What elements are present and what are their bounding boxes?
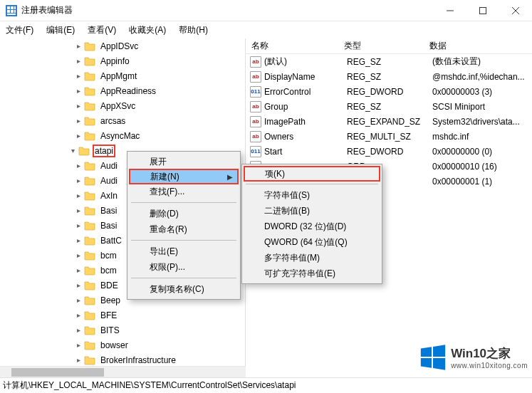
expand-icon[interactable]: ▸ [74, 117, 83, 125]
tree-item[interactable]: ▸bowser [0, 337, 245, 352]
menu-item-label: 复制项名称(C) [150, 283, 204, 295]
menu-item[interactable]: 新建(N)▶ [129, 169, 239, 184]
expand-icon[interactable]: ▸ [74, 281, 83, 290]
menu-item[interactable]: 复制项名称(C) [130, 281, 238, 297]
expand-icon[interactable]: ▸ [74, 132, 83, 140]
expand-icon[interactable]: ▸ [74, 251, 83, 260]
cell-type: REG_SZ [343, 72, 428, 82]
expand-icon[interactable]: ▸ [74, 266, 83, 275]
list-row[interactable]: abGroupREG_SZSCSI Miniport [246, 99, 532, 114]
menu-item[interactable]: 展开 [130, 154, 238, 169]
list-row[interactable]: ab(默认)REG_SZ(数值未设置) [246, 54, 532, 69]
tree-item[interactable]: ▸BFE [0, 308, 245, 323]
menu-item[interactable]: 二进制值(B) [244, 203, 380, 219]
expand-icon[interactable]: ▸ [74, 221, 83, 230]
list-row[interactable]: abImagePathREG_EXPAND_SZSystem32\drivers… [246, 114, 532, 129]
tree-label: AppIDSvc [98, 41, 140, 52]
expand-icon[interactable]: ▸ [74, 236, 83, 245]
expand-icon[interactable]: ▸ [74, 72, 83, 80]
cell-data: 0x00000003 (3) [428, 87, 532, 97]
menu-item[interactable]: 删除(D) [130, 206, 238, 221]
expand-icon[interactable]: ▾ [68, 147, 77, 155]
expand-icon[interactable]: ▸ [74, 162, 83, 170]
tree-hscrollbar[interactable] [0, 366, 246, 377]
context-menu[interactable]: 展开新建(N)▶查找(F)...删除(D)重命名(R)导出(E)权限(P)...… [127, 151, 241, 300]
menu-item-label: 新建(N) [150, 171, 179, 183]
tree-item[interactable]: ▸BrokerInfrastructure [0, 352, 245, 366]
list-row[interactable]: abOwnersREG_MULTI_SZmshdc.inf [246, 129, 532, 144]
menu-item-label: 可扩充字符串值(E) [264, 268, 335, 280]
watermark: Win10之家 www.win10xitong.com [418, 342, 528, 374]
svg-rect-6 [14, 10, 16, 13]
tree-label: bcm [98, 265, 119, 276]
menu-item[interactable]: 可扩充字符串值(E) [244, 266, 380, 281]
maximize-button[interactable] [466, 0, 499, 21]
tree-item[interactable]: ▸AppIDSvc [0, 38, 245, 53]
menu-item[interactable]: QWORD (64 位)值(Q) [244, 234, 380, 250]
statusbar-path: 计算机\HKEY_LOCAL_MACHINE\SYSTEM\CurrentCon… [3, 379, 296, 392]
menu-separator [131, 278, 236, 278]
cell-type: REG_DWORD [343, 87, 428, 97]
col-header-name[interactable]: 名称 [246, 40, 338, 52]
expand-icon[interactable]: ▸ [74, 296, 83, 305]
cell-type: REG_SZ [343, 102, 428, 112]
cell-name: (默认) [264, 56, 343, 68]
menu-item[interactable]: 查找(F)... [130, 184, 238, 199]
tree-item[interactable]: ▸AppMgmt [0, 68, 245, 83]
folder-icon [84, 340, 95, 351]
context-submenu-new[interactable]: 项(K)字符串值(S)二进制值(B)DWORD (32 位)值(D)QWORD … [241, 164, 382, 284]
expand-icon[interactable]: ▸ [74, 326, 83, 335]
menu-item-label: 删除(D) [150, 208, 179, 220]
folder-icon [84, 265, 95, 276]
menu-edit[interactable]: 编辑(E) [45, 23, 76, 38]
menu-favorites[interactable]: 收藏夹(A) [127, 23, 167, 38]
expand-icon[interactable]: ▸ [74, 87, 83, 95]
menu-item-label: 展开 [150, 156, 167, 168]
list-row[interactable]: abDisplayNameREG_SZ@mshdc.inf,%idechan..… [246, 69, 532, 84]
cell-type: REG_DWORD [343, 147, 428, 157]
tree-item[interactable]: ▸BITS [0, 323, 245, 337]
folder-icon [84, 175, 95, 187]
tree-label: AsyncMac [98, 130, 142, 142]
col-header-type[interactable]: 类型 [338, 40, 424, 52]
menu-item[interactable]: 字符串值(S) [244, 187, 380, 203]
expand-icon[interactable]: ▸ [74, 206, 83, 215]
scrollbar-thumb[interactable] [11, 368, 104, 377]
menu-file[interactable]: 文件(F) [4, 23, 35, 38]
menu-item[interactable]: 重命名(R) [130, 221, 238, 237]
tree-item[interactable]: ▸AppReadiness [0, 83, 245, 98]
menu-help[interactable]: 帮助(H) [177, 23, 209, 38]
svg-rect-9 [480, 7, 486, 14]
expand-icon[interactable]: ▸ [74, 192, 83, 200]
tree-item[interactable]: ▸arcsas [0, 113, 245, 128]
menu-item[interactable]: 导出(E) [130, 243, 238, 259]
col-header-data[interactable]: 数据 [424, 40, 532, 52]
menu-item[interactable]: 权限(P)... [130, 259, 238, 275]
minimize-button[interactable] [434, 0, 466, 21]
menu-view[interactable]: 查看(V) [86, 23, 118, 38]
menu-item[interactable]: 多字符串值(M) [244, 250, 380, 266]
expand-icon[interactable]: ▸ [74, 42, 83, 51]
menu-item[interactable]: DWORD (32 位)值(D) [244, 219, 380, 234]
expand-icon[interactable]: ▸ [74, 311, 83, 320]
expand-icon[interactable]: ▸ [74, 341, 83, 350]
menu-separator [131, 240, 236, 241]
expand-icon[interactable]: ▸ [74, 356, 83, 365]
value-binary-icon: 011 [250, 146, 261, 157]
tree-label: BITS [98, 325, 122, 336]
list-row[interactable]: 011StartREG_DWORD0x00000000 (0) [246, 144, 532, 159]
folder-icon [84, 280, 95, 291]
expand-icon[interactable]: ▸ [74, 177, 83, 185]
list-row[interactable]: 011ErrorControlREG_DWORD0x00000003 (3) [246, 84, 532, 99]
close-button[interactable] [499, 0, 532, 21]
folder-icon [84, 220, 95, 231]
cell-data: 0x00000010 (16) [428, 162, 532, 172]
menu-item-label: 导出(E) [150, 246, 178, 258]
tree-item[interactable]: ▸Appinfo [0, 53, 245, 68]
tree-item[interactable]: ▸AppXSvc [0, 98, 245, 113]
folder-icon [84, 130, 95, 142]
tree-item[interactable]: ▸AsyncMac [0, 128, 245, 143]
menu-item[interactable]: 项(K) [244, 166, 380, 182]
expand-icon[interactable]: ▸ [74, 57, 83, 66]
expand-icon[interactable]: ▸ [74, 102, 83, 110]
